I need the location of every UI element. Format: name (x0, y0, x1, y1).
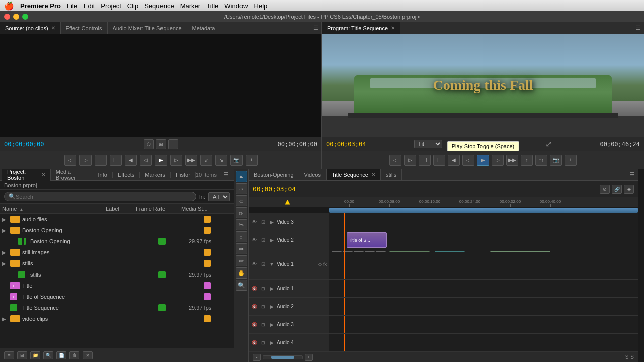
tab-history[interactable]: Histor (171, 172, 196, 178)
track-fx-btn[interactable]: fx (323, 262, 327, 267)
scroll-track-body[interactable] (329, 207, 638, 213)
timeline-current-time[interactable]: 00;00;03;04 (253, 185, 323, 193)
clip-thumb[interactable] (354, 251, 364, 252)
tab-program[interactable]: Program: Title Sequence ✕ (322, 22, 400, 34)
in-dropdown[interactable]: All (208, 192, 230, 201)
program-play[interactable]: ▶ Play-Stop Toggle (Space) (477, 155, 489, 166)
tab-markers[interactable]: Markers (140, 172, 171, 178)
search-input[interactable] (16, 194, 192, 200)
program-panel-menu[interactable]: ☰ (633, 25, 644, 31)
menu-window[interactable]: Window (224, 2, 248, 10)
track-expand-btn[interactable]: ▶ (269, 237, 275, 243)
track-expand-btn[interactable]: ▶ (269, 286, 275, 292)
zoom-tool[interactable]: 🔍 (236, 280, 247, 291)
track-solo-icon[interactable]: ⊡ (260, 285, 267, 292)
track-body-audio1[interactable] (329, 280, 638, 297)
track-mute-icon[interactable]: 🔇 (251, 321, 258, 328)
list-item[interactable]: ▶ Boston-Opening (0, 225, 234, 236)
timeline-zoom-out[interactable]: - (253, 354, 261, 361)
list-item[interactable]: ▶ still images (0, 247, 234, 258)
hand-tool[interactable]: ✋ (236, 267, 247, 279)
new-item-btn[interactable]: 📄 (56, 351, 66, 359)
clip-videos[interactable]: Videos Opacity:Opacity (490, 251, 550, 252)
fullscreen-btn[interactable]: ⤢ (545, 139, 552, 149)
menu-sequence[interactable]: Sequence (144, 2, 174, 10)
col-media-header[interactable]: Media St... (181, 206, 234, 212)
tab-effects[interactable]: Effects (113, 172, 140, 178)
program-lift[interactable]: ↑ (521, 155, 533, 166)
close-program-tab[interactable]: ✕ (391, 25, 395, 31)
track-mute-icon[interactable]: 🔇 (251, 303, 258, 310)
list-item[interactable]: T Title of Sequence (0, 291, 234, 302)
source-mark-in-btn[interactable]: ◁ (64, 155, 76, 166)
tab-info[interactable]: Info (93, 172, 113, 178)
track-lock-icon[interactable]: ⊡ (260, 237, 267, 244)
program-step-frame-fwd[interactable]: ▷ (492, 155, 504, 166)
track-mute-icon[interactable]: 🔇 (251, 285, 258, 292)
list-item[interactable]: ▶ audio files (0, 214, 234, 225)
track-body-audio3[interactable] (329, 316, 638, 333)
track-eye-icon[interactable]: 👁 (251, 237, 258, 244)
search-input-wrap[interactable]: 🔍 (4, 192, 196, 201)
snap-btn[interactable]: ⊙ (600, 185, 610, 194)
tab-metadata[interactable]: Metadata (187, 22, 221, 34)
selection-tool[interactable]: ▲ (236, 171, 247, 182)
source-camera[interactable]: 📷 (230, 155, 243, 166)
list-item[interactable]: Title Sequence 29.97 fps (0, 302, 234, 313)
source-mark-in[interactable]: ⬡ (144, 139, 154, 149)
menu-file[interactable]: File (67, 2, 77, 10)
apple-menu[interactable]: 🍎 (4, 1, 14, 11)
delete-btn[interactable]: ✕ (83, 351, 93, 359)
rolling-edit-tool[interactable]: ⟥ (236, 207, 247, 218)
source-add-marker[interactable]: + (168, 139, 178, 149)
tab-project[interactable]: Project: Boston ✕ (2, 169, 51, 181)
tl-tab-title-sequence[interactable]: Title Sequence ✕ (327, 169, 381, 180)
clip-boston-c[interactable]: Boston-C BOSTON (389, 251, 430, 252)
close-button[interactable] (4, 14, 10, 20)
tl-tab-stills[interactable]: stills (381, 169, 402, 180)
track-keyframe-btn[interactable]: ◇ (318, 262, 322, 267)
close-tl-tab[interactable]: ✕ (371, 172, 375, 177)
program-timecode-current[interactable]: 00;00;03;04 (326, 141, 366, 148)
track-expand-btn[interactable]: ▶ (269, 322, 275, 328)
source-step-fwd[interactable]: ▶▶ (185, 155, 197, 166)
icon-view-btn[interactable]: ⊞ (17, 351, 27, 359)
menu-marker[interactable]: Marker (180, 2, 200, 10)
clip-thumb[interactable] (365, 251, 375, 252)
track-solo-icon[interactable]: ⊡ (260, 339, 267, 346)
track-expand-btn[interactable]: ▶ (269, 304, 275, 310)
source-mark-out-btn[interactable]: ▷ (79, 155, 92, 166)
track-body-video2[interactable]: Title of S... (329, 231, 638, 249)
program-extract[interactable]: ↑↑ (535, 155, 547, 166)
list-item[interactable]: stills 29.97 fps (0, 269, 234, 280)
col-framerate-header[interactable]: Frame Rate (136, 206, 181, 212)
tab-audio-mixer[interactable]: Audio Mixer: Title Sequence (108, 22, 187, 34)
program-set-out[interactable]: ⊢ (433, 155, 445, 166)
source-overwrite[interactable]: ↘ (215, 155, 227, 166)
track-solo-icon[interactable]: ⊡ (260, 321, 267, 328)
program-mark-out[interactable]: ▷ (404, 155, 416, 166)
fit-dropdown[interactable]: Fit 25% 50% 100% (414, 140, 442, 148)
track-eye-icon[interactable]: 👁 (251, 261, 258, 268)
new-bin-btn[interactable]: 📁 (30, 351, 40, 359)
program-step-back[interactable]: ◀ (448, 155, 460, 166)
list-item[interactable]: Boston-Opening 29.97 fps (0, 236, 234, 247)
menu-clip[interactable]: Clip (127, 2, 138, 10)
maximize-button[interactable] (22, 14, 28, 20)
timeline-zoom-slider[interactable] (263, 355, 303, 359)
menu-help[interactable]: Help (254, 2, 268, 10)
tab-effect-controls[interactable]: Effect Controls (61, 22, 108, 34)
menu-edit[interactable]: Edit (84, 2, 95, 10)
track-body-video1[interactable]: Boston-C BOSTON stills Opacity:Opacity (329, 249, 638, 279)
link-btn[interactable]: 🔗 (612, 185, 622, 194)
menu-project[interactable]: Project (101, 2, 121, 10)
track-expand-btn[interactable]: ▼ (269, 261, 275, 267)
menu-title[interactable]: Title (206, 2, 218, 10)
list-view-btn[interactable]: ≡ (4, 351, 14, 359)
program-mark-in[interactable]: ◁ (389, 155, 401, 166)
program-camera[interactable]: 📷 (550, 155, 562, 166)
slip-tool[interactable]: ↕ (236, 231, 247, 242)
timeline-scrollbar[interactable] (329, 208, 638, 213)
source-zoom[interactable]: ⊞ (156, 139, 166, 149)
ripple-edit-tool[interactable]: ⟤ (236, 195, 247, 206)
